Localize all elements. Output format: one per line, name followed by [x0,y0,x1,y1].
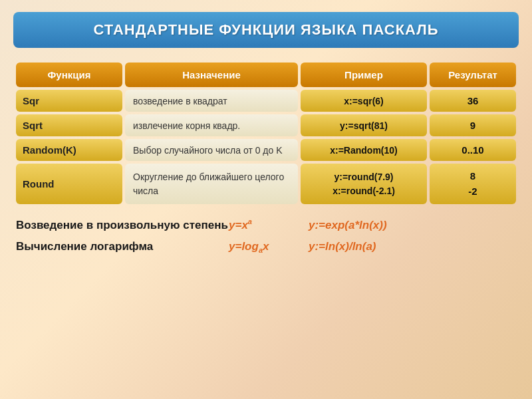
header-desc: Назначение [125,63,298,87]
example-random: x:=Random(10) [301,139,427,161]
result-random: 0..10 [430,139,516,161]
func-sqrt: Sqrt [16,114,122,136]
func-sqr: Sqr [16,90,122,112]
header-result: Результат [430,63,516,87]
formula-power-code: y:=exp(a*ln(x)) [309,219,387,232]
func-random: Random(K) [16,139,122,161]
table-row: Sqr возведение в квадрат x:=sqr(6) 36 [16,90,516,112]
example-round: y:=round(7.9) x:=round(-2.1) [301,164,427,204]
result-sqrt: 9 [430,114,516,136]
example-sqr: x:=sqr(6) [301,90,427,112]
desc-round: Округление до ближайшего целого числа [125,164,298,204]
table-row: Sqrt извлечение корня квадр. y:=sqrt(81)… [16,114,516,136]
formula-log-math: y=logax [229,240,309,254]
formula-row-power: Возведение в произвольную степень y=xa y… [16,217,516,232]
header-func: Функция [16,63,122,87]
table-row: Round Округление до ближайшего целого чи… [16,164,516,204]
formula-row-log: Вычисление логарифма y=logax y:=ln(x)/ln… [16,240,516,254]
func-round: Round [16,164,122,204]
formula-log-label: Вычисление логарифма [16,240,229,253]
power-sup: a [248,217,252,225]
result-sqr: 36 [430,90,516,112]
example-sqrt: y:=sqrt(81) [301,114,427,136]
desc-sqr: возведение в квадрат [125,90,298,112]
formula-log-code: y:=ln(x)/ln(a) [309,240,376,253]
page-title: СТАНДАРТНЫЕ ФУНКЦИИ ЯЗЫКА ПАСКАЛЬ [20,21,512,39]
title-bar: СТАНДАРТНЫЕ ФУНКЦИИ ЯЗЫКА ПАСКАЛЬ [13,12,519,48]
main-table: Функция Назначение Пример Результат Sqr … [13,60,519,207]
formula-power-label: Возведение в произвольную степень [16,219,229,232]
log-sub: a [259,246,263,254]
header-example: Пример [301,63,427,87]
desc-random: Выбор случайного числа от 0 до K [125,139,298,161]
formulas-section: Возведение в произвольную степень y=xa y… [13,217,519,254]
desc-sqrt: извлечение корня квадр. [125,114,298,136]
result-round: 8 -2 [430,164,516,204]
table-row: Random(K) Выбор случайного числа от 0 до… [16,139,516,161]
formula-power-math: y=xa [229,217,309,232]
